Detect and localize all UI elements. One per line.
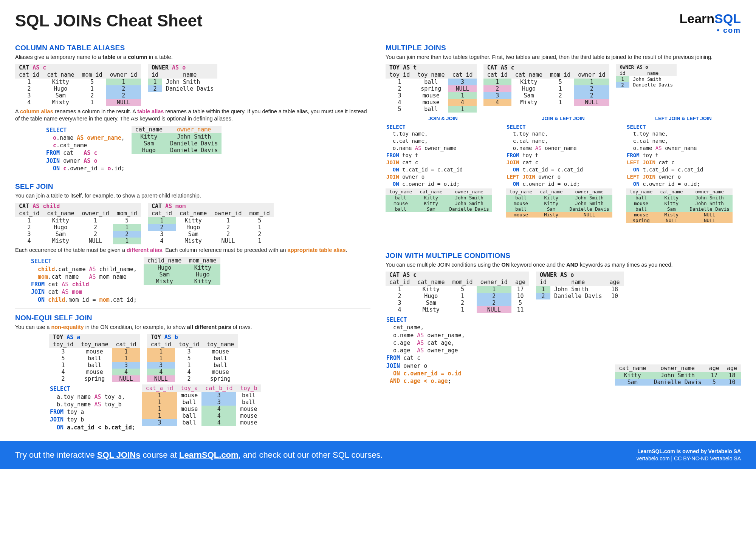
table-cat-mom: CAT AS mom cat_idcat_nameowner_idmom_id …	[148, 203, 274, 244]
description: You can join a table to itself, for exam…	[15, 192, 370, 200]
code-block: SELECT t.toy_name, c.cat_name, o.name AS…	[386, 123, 500, 188]
table-result: toy_namecat_nameowner_name ballKittyJohn…	[386, 188, 492, 212]
description: You can use a non-equality in the ON con…	[15, 324, 370, 331]
footer-text: Try out the interactive SQL JOINs course…	[15, 450, 383, 460]
code-block: SELECT cat_name, o.name AS owner_name, c…	[386, 315, 465, 386]
section-heading: MULTIPLE JOINS	[386, 44, 741, 52]
section-heading: JOIN WITH MULTIPLE CONDITIONS	[386, 252, 741, 260]
page-title: SQL JOINs Cheat Sheet	[15, 11, 203, 30]
description: A column alias renames a column in the r…	[15, 108, 370, 123]
code-block: SELECT a.toy_name AS toy_a, b.toy_name A…	[49, 384, 135, 432]
table-result: cat_nameowner_name KittyJohn SmithSamDan…	[132, 126, 222, 154]
table-cat: CAT AS c cat_idcat_namemom_idowner_id 1K…	[483, 64, 609, 106]
description: You can use multiple JOIN conditions usi…	[386, 261, 741, 269]
footer: Try out the interactive SQL JOINs course…	[0, 441, 756, 469]
logo: LearnSQL com	[680, 11, 741, 35]
table-cat-child: CAT AS child cat_idcat_nameowner_idmom_i…	[15, 203, 141, 244]
code-block: SELECT t.toy_name, c.cat_name, o.name AS…	[506, 123, 621, 188]
table-owner: OWNER AS o idname 1John Smith2Danielle D…	[616, 64, 677, 88]
section-heading: NON-EQUI SELF JOIN	[15, 314, 370, 322]
code-block: SELECT o.name AS owner_name, c.cat_name …	[45, 126, 125, 173]
footer-link-site[interactable]: LearnSQL.com	[179, 450, 238, 460]
description: You can join more than two tables togeth…	[386, 54, 741, 61]
table-cat: CAT AS c cat_idcat_namemom_idowner_id 1K…	[15, 64, 141, 106]
table-cat-age: CAT AS c cat_idcat_namemom_idowner_idage…	[386, 272, 529, 313]
table-result: toy_namecat_nameowner_name ballKittyJohn…	[626, 188, 733, 223]
section-heading: COLUMN AND TABLE ALIASES	[15, 44, 370, 52]
section-heading: SELF JOIN	[15, 182, 370, 191]
table-toy-b: TOY AS b cat_idtoy_idtoy_name 13mouse15b…	[147, 334, 238, 382]
table-result: cat_a_idtoy_acat_b_idtoy_b 1mouse3ball1b…	[142, 384, 261, 426]
table-result: child_namemom_name HugoKittySamHugoMisty…	[144, 257, 220, 285]
footer-credits: LearnSQL.com is owned by Vertabelo SA ve…	[637, 448, 741, 462]
footer-link-joins[interactable]: SQL JOINs	[97, 450, 141, 460]
table-result: toy_namecat_nameowner_name ballKittyJohn…	[506, 188, 612, 218]
subheading: JOIN & LEFT JOIN	[506, 116, 621, 121]
description: Each occurrence of the table must be giv…	[15, 247, 370, 254]
description: Aliases give a temporary name to a table…	[15, 54, 370, 61]
subheading: JOIN & JOIN	[386, 116, 500, 121]
table-result: cat_nameowner_nameageage KittyJohn Smith…	[615, 364, 741, 386]
subheading: LEFT JOIN & LEFT JOIN	[626, 116, 741, 121]
table-owner: OWNER AS o idname 1John Smith2Danielle D…	[148, 64, 218, 92]
table-toy: TOY AS t toy_idtoy_namecat_id 1ball32spr…	[386, 64, 477, 113]
code-block: SELECT child.cat_name AS child_name, mom…	[30, 257, 137, 304]
table-toy-a: TOY AS a toy_idtoy_namecat_id 3mouse15ba…	[49, 334, 140, 382]
table-owner-age: OWNER AS o idnameage 1John Smith182Danie…	[536, 272, 624, 299]
code-block: SELECT t.toy_name, c.cat_name, o.name AS…	[626, 123, 741, 188]
